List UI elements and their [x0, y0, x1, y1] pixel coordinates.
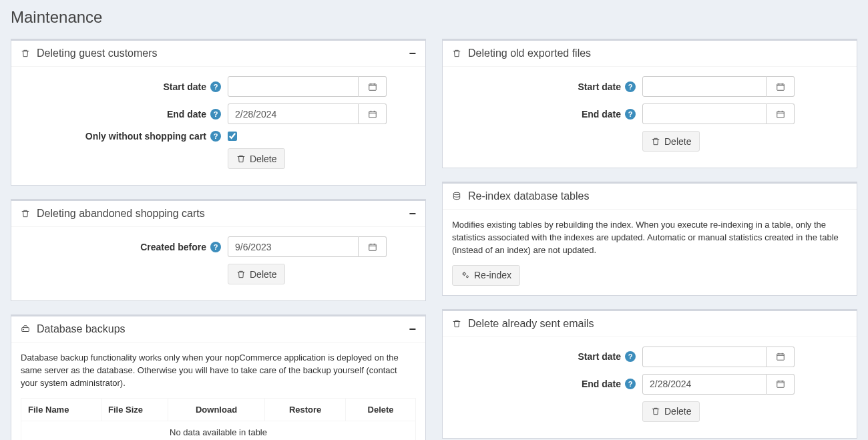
- label-start-date: Start date: [578, 81, 621, 92]
- table-header-row: File Name File Size Download Restore Del…: [21, 398, 416, 421]
- svg-rect-5: [777, 83, 784, 89]
- help-icon[interactable]: ?: [625, 351, 636, 362]
- card-database-backups: Database backups − Database backup funct…: [11, 314, 426, 440]
- col-file-size: File Size: [101, 398, 168, 421]
- card-reindex: Re-index database tables Modifies existi…: [442, 182, 857, 296]
- button-label: Delete: [250, 269, 276, 280]
- guest-end-date-input[interactable]: [228, 103, 359, 124]
- col-restore: Restore: [265, 398, 346, 421]
- label-only-without-cart: Only without shopping cart: [85, 131, 206, 142]
- page-title: Maintenance: [11, 8, 857, 27]
- svg-rect-10: [777, 354, 784, 360]
- calendar-icon-button[interactable]: [767, 76, 795, 97]
- calendar-icon: [776, 379, 785, 389]
- trash-icon: [452, 49, 461, 58]
- calendar-icon: [368, 242, 377, 252]
- exported-start-date-input[interactable]: [642, 76, 767, 97]
- calendar-icon-button[interactable]: [359, 236, 387, 257]
- exported-end-date-input[interactable]: [642, 103, 767, 124]
- card-title: Deleting abandoned shopping carts: [37, 208, 205, 220]
- card-sent-emails: Delete already sent emails Start date ?: [442, 309, 857, 439]
- card-guest-customers: Deleting guest customers − Start date ?: [11, 39, 426, 186]
- svg-rect-2: [369, 244, 376, 250]
- calendar-icon-button[interactable]: [767, 374, 795, 395]
- label-end-date: End date: [582, 379, 621, 389]
- help-icon[interactable]: ?: [625, 81, 636, 92]
- card-title: Re-index database tables: [468, 190, 589, 202]
- calendar-icon: [368, 82, 377, 91]
- calendar-icon: [776, 109, 785, 119]
- collapse-toggle[interactable]: −: [409, 208, 416, 220]
- calendar-icon: [776, 82, 785, 91]
- reindex-button[interactable]: Re-index: [452, 265, 520, 286]
- col-download: Download: [168, 398, 265, 421]
- card-title: Delete already sent emails: [468, 318, 594, 330]
- table-row-empty: No data available in table: [21, 421, 416, 440]
- svg-rect-11: [777, 381, 784, 387]
- button-label: Re-index: [474, 270, 511, 280]
- delete-carts-button[interactable]: Delete: [228, 264, 285, 284]
- calendar-icon: [776, 352, 785, 361]
- help-icon[interactable]: ?: [625, 109, 636, 120]
- col-file-name: File Name: [21, 398, 101, 421]
- emails-end-date-input[interactable]: [642, 374, 767, 395]
- delete-emails-button[interactable]: Delete: [642, 401, 700, 422]
- label-end-date: End date: [167, 109, 206, 120]
- gears-icon: [461, 270, 470, 280]
- svg-point-4: [23, 329, 24, 330]
- hard-drive-icon: [21, 324, 30, 334]
- help-icon[interactable]: ?: [210, 242, 221, 252]
- backup-note: Database backup functionality works only…: [21, 352, 416, 390]
- card-abandoned-carts: Deleting abandoned shopping carts − Crea…: [11, 199, 426, 301]
- svg-rect-1: [369, 111, 376, 117]
- help-icon[interactable]: ?: [210, 109, 221, 120]
- calendar-icon-button[interactable]: [767, 347, 795, 367]
- svg-rect-6: [777, 111, 784, 117]
- card-title: Deleting old exported files: [468, 47, 591, 59]
- button-label: Delete: [664, 136, 691, 147]
- guest-start-date-input[interactable]: [228, 76, 359, 97]
- reindex-note: Modifies existing tables by rebuilding t…: [452, 219, 847, 257]
- delete-guest-button[interactable]: Delete: [228, 148, 285, 169]
- trash-icon: [21, 49, 30, 58]
- only-without-cart-checkbox[interactable]: [228, 132, 237, 141]
- label-end-date: End date: [582, 109, 621, 120]
- col-delete: Delete: [346, 398, 416, 421]
- svg-point-7: [453, 192, 459, 195]
- help-icon[interactable]: ?: [210, 131, 221, 142]
- help-icon[interactable]: ?: [210, 81, 221, 92]
- button-label: Delete: [664, 406, 691, 417]
- card-title: Database backups: [37, 323, 126, 335]
- svg-point-9: [466, 276, 468, 278]
- collapse-toggle[interactable]: −: [409, 47, 416, 59]
- calendar-icon-button[interactable]: [767, 103, 795, 124]
- database-icon: [452, 192, 461, 201]
- trash-icon: [452, 319, 461, 328]
- trash-icon: [21, 209, 30, 218]
- calendar-icon: [368, 109, 377, 119]
- carts-created-before-input[interactable]: [228, 236, 359, 257]
- svg-rect-0: [369, 83, 376, 89]
- button-label: Delete: [250, 154, 276, 164]
- card-exported-files: Deleting old exported files Start date ?: [442, 39, 857, 168]
- emails-start-date-input[interactable]: [642, 347, 767, 367]
- label-start-date: Start date: [578, 351, 621, 362]
- calendar-icon-button[interactable]: [359, 76, 387, 97]
- help-icon[interactable]: ?: [625, 379, 636, 389]
- trash-icon: [651, 137, 660, 146]
- delete-exported-button[interactable]: Delete: [642, 131, 700, 152]
- trash-icon: [236, 154, 246, 164]
- calendar-icon-button[interactable]: [359, 103, 387, 124]
- label-created-before: Created before: [140, 242, 206, 252]
- backups-table: File Name File Size Download Restore Del…: [21, 398, 416, 440]
- collapse-toggle[interactable]: −: [409, 323, 416, 335]
- card-title: Deleting guest customers: [37, 47, 158, 59]
- label-start-date: Start date: [163, 81, 206, 92]
- trash-icon: [651, 407, 660, 416]
- no-data-text: No data available in table: [21, 421, 416, 440]
- trash-icon: [236, 270, 246, 279]
